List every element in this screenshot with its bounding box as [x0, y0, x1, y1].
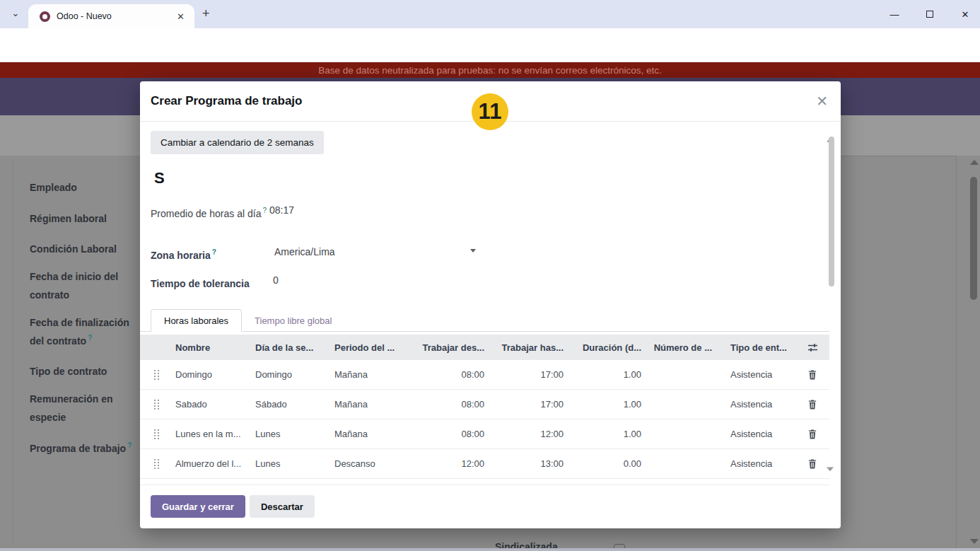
cell-duration[interactable]: 0.00	[566, 458, 644, 469]
cell-period[interactable]: Mañana	[329, 369, 408, 380]
trash-icon[interactable]	[808, 400, 817, 410]
drag-handle-icon[interactable]	[154, 459, 156, 460]
create-work-schedule-dialog: Crear Programa de trabajo ✕ Cambiar a ca…	[140, 81, 841, 528]
schedule-name-input[interactable]: S	[154, 169, 165, 187]
drag-handle-icon[interactable]	[154, 429, 156, 431]
avg-hours-value[interactable]: 08:17	[269, 203, 294, 221]
cell-from[interactable]: 12:00	[408, 458, 487, 469]
cell-name[interactable]: Almuerzo del l...	[170, 458, 250, 469]
scrollbar-divider-line	[956, 156, 957, 551]
page-scroll-up-icon[interactable]	[970, 160, 979, 165]
field-label-programa-trabajo: Programa de trabajo?	[30, 438, 144, 456]
minimize-icon[interactable]: —	[887, 6, 902, 22]
browser-tab[interactable]: Odoo - Nuevo ✕	[28, 4, 194, 28]
trash-icon[interactable]	[808, 429, 817, 439]
cell-type[interactable]: Asistencia	[715, 458, 795, 469]
avg-hours-label: Promedio de horas al día?	[151, 203, 269, 221]
avg-hours-field-row: Promedio de horas al día? 08:17	[151, 203, 617, 221]
drag-handle-icon[interactable]	[154, 400, 156, 401]
header-nombre[interactable]: Nombre	[170, 342, 250, 353]
dialog-footer: Guardar y cerrar Descartar	[140, 485, 829, 518]
drag-handle-icon[interactable]	[154, 370, 156, 371]
cell-period[interactable]: Mañana	[329, 429, 408, 439]
cell-period[interactable]: Mañana	[329, 399, 408, 410]
cell-day[interactable]: Domingo	[250, 369, 329, 380]
discard-button[interactable]: Descartar	[250, 495, 315, 518]
annotation-badge-11: 11	[472, 93, 508, 130]
cell-name[interactable]: Sabado	[170, 399, 250, 410]
new-tab-icon[interactable]: +	[202, 6, 210, 21]
field-label-tipo-contrato: Tipo de contrato	[30, 361, 144, 379]
header-trabajar-hasta[interactable]: Trabajar has...	[487, 342, 566, 353]
maximize-icon[interactable]	[922, 6, 938, 22]
modal-scroll-down-icon[interactable]	[827, 467, 834, 481]
table-row: Domingo Domingo Mañana 08:00 17:00 1.00 …	[140, 360, 829, 390]
timezone-value: America/Lima	[274, 246, 335, 257]
header-tipo[interactable]: Tipo de ent...	[715, 342, 795, 353]
optional-columns-icon[interactable]	[807, 343, 818, 352]
tab-close-icon[interactable]: ✕	[174, 11, 187, 22]
cell-period[interactable]: Descanso	[329, 458, 408, 469]
table-row: Sabado Sábado Mañana 08:00 17:00 1.00 As…	[140, 390, 829, 419]
timezone-field-row: Zona horaria? America/Lima	[151, 245, 617, 263]
header-trabajar-desde[interactable]: Trabajar des...	[408, 342, 487, 353]
dialog-close-icon[interactable]: ✕	[816, 94, 828, 108]
cell-to[interactable]: 13:00	[487, 458, 566, 469]
page-scrollbar-thumb[interactable]	[970, 177, 977, 300]
tolerance-field-row: Tiempo de tolerancia 0	[151, 273, 617, 291]
cell-duration[interactable]: 1.00	[566, 369, 644, 380]
contract-form-labels: Empleado Régimen laboral Condición Labor…	[30, 177, 144, 456]
browser-tab-strip: ⌄ Odoo - Nuevo ✕ + — ✕	[0, 0, 980, 28]
cell-to[interactable]: 12:00	[487, 429, 566, 439]
cell-from[interactable]: 08:00	[408, 399, 487, 410]
tab-tiempo-libre-global[interactable]: Tiempo libre global	[242, 309, 344, 332]
cell-type[interactable]: Asistencia	[715, 369, 795, 380]
cell-to[interactable]: 17:00	[487, 399, 566, 410]
cell-from[interactable]: 08:00	[408, 369, 487, 380]
tab-list-chevron-icon[interactable]: ⌄	[8, 8, 23, 22]
content-divider-line	[841, 156, 956, 156]
field-label-remuneracion: Remuneración en especie	[30, 392, 144, 425]
cell-duration[interactable]: 1.00	[566, 399, 644, 410]
trash-icon[interactable]	[808, 370, 817, 380]
avg-hours-help-icon[interactable]: ?	[262, 207, 267, 214]
save-and-close-button[interactable]: Guardar y cerrar	[151, 495, 245, 518]
cell-to[interactable]: 17:00	[487, 369, 566, 380]
trash-icon[interactable]	[808, 459, 817, 469]
field-label-empleado: Empleado	[30, 177, 144, 195]
modal-scrollbar-thumb[interactable]	[829, 137, 834, 286]
dropdown-caret-icon	[470, 249, 476, 253]
header-dia[interactable]: Día de la se...	[250, 342, 329, 353]
switch-two-week-calendar-button[interactable]: Cambiar a calendario de 2 semanas	[151, 131, 324, 154]
header-duracion[interactable]: Duración (d...	[566, 342, 644, 353]
cell-type[interactable]: Asistencia	[715, 399, 795, 410]
window-close-icon[interactable]: ✕	[957, 6, 973, 22]
timezone-select[interactable]: America/Lima	[269, 245, 476, 263]
working-hours-table-header: Nombre Día de la se... Periodo del ... T…	[140, 335, 829, 360]
field-label-fecha-inicio: Fecha de inicio del contrato	[30, 269, 144, 303]
page-scroll-down-icon[interactable]	[970, 539, 979, 544]
cell-duration[interactable]: 1.00	[566, 429, 644, 439]
cell-name[interactable]: Domingo	[170, 369, 250, 380]
header-periodo[interactable]: Periodo del ...	[329, 342, 408, 353]
field-label-regimen-laboral: Régimen laboral	[30, 208, 144, 226]
cell-type[interactable]: Asistencia	[715, 429, 795, 439]
tolerance-input[interactable]: 0	[269, 273, 279, 291]
notebook-tabs: Horas laborales Tiempo libre global	[140, 309, 829, 332]
timezone-label: Zona horaria?	[151, 245, 269, 263]
window-bottom-edge	[0, 548, 980, 551]
cell-from[interactable]: 08:00	[408, 429, 487, 439]
tab-title: Odoo - Nuevo	[57, 11, 168, 21]
cell-name[interactable]: Lunes en la m...	[170, 429, 250, 439]
browser-toolbar: ← → ↻ democontable17.solse.pe/web#cids=1…	[0, 28, 980, 62]
neutralized-banner-text: Base de datos neutralizada para pruebas:…	[318, 65, 662, 76]
tab-horas-laborales[interactable]: Horas laborales	[151, 309, 242, 332]
odoo-favicon-icon	[40, 11, 50, 22]
form-sheet-edge	[13, 161, 13, 543]
header-numero[interactable]: Número de ...	[644, 342, 715, 353]
cell-day[interactable]: Sábado	[250, 399, 329, 410]
cell-day[interactable]: Lunes	[250, 458, 329, 469]
neutralized-banner: Base de datos neutralizada para pruebas:…	[0, 62, 980, 78]
cell-day[interactable]: Lunes	[250, 429, 329, 439]
timezone-help-icon[interactable]: ?	[212, 248, 216, 256]
